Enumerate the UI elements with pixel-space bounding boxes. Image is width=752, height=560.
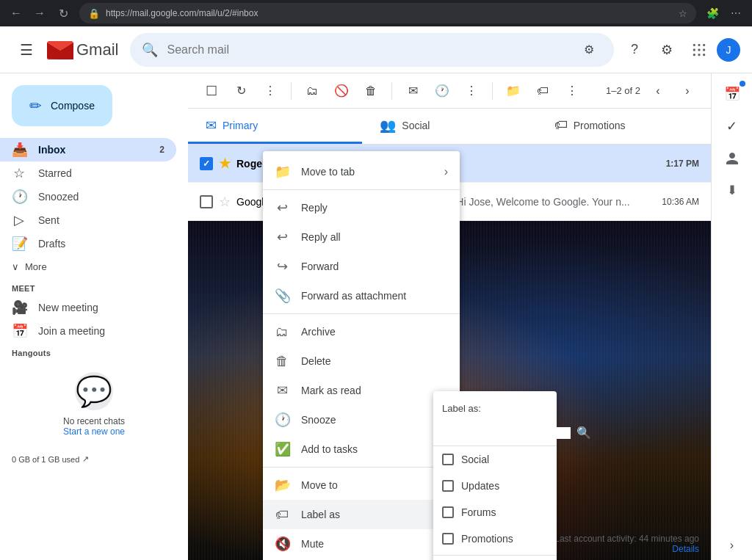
time-2: 10:36 AM <box>655 197 699 207</box>
expand-right-panel-button[interactable]: › <box>717 531 747 560</box>
menu-item-reply[interactable]: ↩ Reply <box>263 193 460 222</box>
keep-panel-button[interactable] <box>717 176 747 206</box>
reply-all-icon: ↩ <box>275 229 289 245</box>
label-item-updates[interactable]: Updates <box>433 473 557 499</box>
label-item-promotions[interactable]: Promotions <box>433 526 557 552</box>
search-bar: 🔍 ⚙ <box>130 33 614 67</box>
menu-item-reply-all[interactable]: ↩ Reply all <box>263 222 460 252</box>
browser-more-button[interactable]: ⋯ <box>726 3 746 23</box>
social-tab-icon: 👥 <box>380 117 396 134</box>
label-button[interactable]: 🏷 <box>531 79 554 103</box>
email-checkbox-1[interactable]: ✓ <box>200 157 213 170</box>
avatar[interactable]: J <box>717 38 740 62</box>
refresh-button[interactable]: ↻ <box>229 79 253 103</box>
menu-item-snooze[interactable]: 🕐 Snooze <box>263 405 460 434</box>
label-search-input[interactable] <box>442 427 571 439</box>
tab-social[interactable]: 👥 Social <box>362 109 536 144</box>
menu-item-label-as[interactable]: 🏷 Label as › <box>263 500 460 529</box>
sidebar-item-snoozed[interactable]: 🕐 Snoozed <box>0 185 176 208</box>
snooze-button[interactable]: 🕐 <box>430 79 454 103</box>
forums-checkbox <box>442 506 454 518</box>
tab-primary[interactable]: ✉ Primary <box>188 109 362 144</box>
updates-label-text: Updates <box>461 480 499 492</box>
report-spam-button[interactable]: 🚫 <box>330 79 353 103</box>
apps-icon <box>692 43 706 57</box>
archive-button[interactable]: 🗂 <box>300 79 324 103</box>
help-button[interactable]: ? <box>620 35 649 65</box>
sidebar-item-starred[interactable]: ☆ Starred <box>0 161 176 185</box>
toolbar-more-button[interactable]: ⋮ <box>258 79 282 103</box>
meet-header: Meet <box>0 278 188 296</box>
google-apps-button[interactable] <box>684 35 714 65</box>
label-item-forums[interactable]: Forums <box>433 499 557 526</box>
snoozed-icon: 🕐 <box>12 189 26 205</box>
time-1: 1:17 PM <box>655 159 699 169</box>
menu-item-archive[interactable]: 🗂 Archive <box>263 317 460 346</box>
star-icon-2[interactable]: ☆ <box>219 194 231 210</box>
move-to-tab-button[interactable]: 📁 <box>502 79 525 103</box>
label-item-social[interactable]: Social <box>433 446 557 473</box>
menu-item-forward-attachment[interactable]: 📎 Forward as attachment <box>263 281 460 310</box>
mark-unread-button[interactable]: ✉ <box>401 79 424 103</box>
updates-checkbox <box>442 480 454 492</box>
menu-item-move-to[interactable]: 📂 Move to › <box>263 470 460 500</box>
delete-button[interactable]: 🗑 <box>359 79 383 103</box>
sidebar-item-drafts[interactable]: 📝 Drafts <box>0 232 176 255</box>
toolbar-separator-2 <box>391 82 392 100</box>
search-options-button[interactable]: ⚙ <box>576 37 602 63</box>
toolbar-more2-button[interactable]: ⋮ <box>560 79 584 103</box>
sidebar-item-inbox[interactable]: 📥 Inbox 2 <box>0 138 176 161</box>
sent-label: Sent <box>38 214 59 226</box>
submenu-arrow-icon: › <box>444 165 448 178</box>
menu-item-mute[interactable]: 🔇 Mute <box>263 529 460 559</box>
reply-label: Reply <box>301 202 328 214</box>
mute-icon: 🔇 <box>275 536 289 552</box>
contacts-panel-button[interactable] <box>717 144 747 173</box>
start-chat-link[interactable]: Start a new one <box>12 426 176 437</box>
email-checkbox-2[interactable] <box>200 195 213 208</box>
settings-button[interactable]: ⚙ <box>652 35 682 65</box>
open-storage-icon[interactable]: ↗ <box>82 454 89 464</box>
sidebar-item-sent[interactable]: ▷ Sent <box>0 208 176 232</box>
label-submenu: Label as: 🔍 Social Updates Forums Promot… <box>433 391 557 560</box>
star-icon-1[interactable]: ★ <box>219 156 231 172</box>
mark-read-label: Mark as read <box>301 385 361 396</box>
chevron-down-icon: ∨ <box>12 261 19 272</box>
more-section[interactable]: ∨ More <box>0 255 188 278</box>
refresh-button[interactable]: ↻ <box>53 3 73 23</box>
menu-item-mark-read[interactable]: ✉ Mark as read <box>263 376 460 405</box>
gmail-app: ☰ Gmail 🔍 ⚙ ? ⚙ J <box>0 26 752 560</box>
search-input[interactable] <box>167 43 567 57</box>
delete-label: Delete <box>301 355 330 367</box>
mute-label: Mute <box>301 538 324 550</box>
promotions-tab-icon: 🏷 <box>554 117 568 133</box>
storage-text: 0 GB of 1 GB used <box>12 455 79 464</box>
tasks-panel-button[interactable]: ✓ <box>717 112 747 141</box>
tab-promotions[interactable]: 🏷 Promotions <box>537 109 711 144</box>
keep-icon <box>725 183 740 198</box>
extensions-button[interactable]: 🧩 <box>702 3 723 23</box>
status-bar: Last account activity: 44 minutes ago De… <box>554 534 699 554</box>
select-all-button[interactable]: ☐ <box>200 79 223 103</box>
compose-label: Compose <box>51 100 95 112</box>
hamburger-menu-button[interactable]: ☰ <box>12 35 41 65</box>
details-link[interactable]: Details <box>672 544 699 554</box>
new-meeting-item[interactable]: 🎥 New meeting <box>0 296 176 319</box>
address-bar: 🔒 https://mail.google.com/mail/u/2/#inbo… <box>79 3 696 23</box>
forward-button[interactable]: → <box>29 3 50 23</box>
more-actions-button[interactable]: ⋮ <box>460 79 483 103</box>
inbox-label: Inbox <box>38 144 65 156</box>
join-meeting-item[interactable]: 📅 Join a meeting <box>0 319 176 343</box>
bookmark-icon[interactable]: ☆ <box>679 8 687 19</box>
forums-label-text: Forums <box>461 506 496 518</box>
back-button[interactable]: ← <box>6 3 26 23</box>
menu-item-forward[interactable]: ↪ Forward <box>263 252 460 281</box>
prev-page-button[interactable]: ‹ <box>646 79 670 103</box>
menu-item-delete[interactable]: 🗑 Delete <box>263 346 460 376</box>
next-page-button[interactable]: › <box>676 79 699 103</box>
menu-item-move-to-tab[interactable]: 📁 Move to tab › <box>263 157 460 186</box>
contacts-icon <box>725 151 740 166</box>
compose-button[interactable]: ✏ Compose <box>12 85 112 126</box>
menu-item-add-tasks[interactable]: ✅ Add to tasks <box>263 434 460 464</box>
inbox-icon: 📥 <box>12 142 26 158</box>
